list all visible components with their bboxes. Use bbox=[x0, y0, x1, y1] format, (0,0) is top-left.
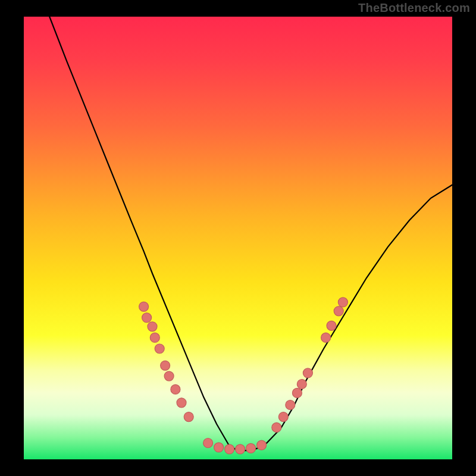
bottleneck-curve bbox=[49, 17, 452, 450]
scatter-dots bbox=[139, 298, 348, 454]
data-dot bbox=[148, 322, 157, 331]
data-dot bbox=[203, 439, 213, 448]
data-dot bbox=[297, 380, 306, 389]
data-dot bbox=[184, 412, 193, 422]
data-dot bbox=[338, 298, 347, 307]
watermark-text: TheBottleneck.com bbox=[358, 1, 470, 15]
data-dot bbox=[303, 368, 312, 378]
plot-area bbox=[24, 17, 452, 459]
data-dot bbox=[177, 398, 186, 408]
data-dot bbox=[150, 333, 159, 342]
data-dot bbox=[214, 443, 224, 452]
data-dot bbox=[292, 388, 302, 397]
data-dot bbox=[272, 422, 281, 432]
curve-path bbox=[49, 17, 452, 450]
data-dot bbox=[155, 344, 164, 353]
curve-svg bbox=[24, 17, 452, 459]
data-dot bbox=[257, 440, 267, 450]
data-dot bbox=[171, 384, 180, 394]
data-dot bbox=[321, 333, 331, 342]
chart-frame: TheBottleneck.com bbox=[0, 0, 476, 476]
data-dot bbox=[286, 400, 295, 410]
data-dot bbox=[142, 313, 152, 322]
data-dot bbox=[334, 306, 343, 316]
data-dot bbox=[139, 302, 149, 311]
data-dot bbox=[246, 443, 256, 453]
data-dot bbox=[278, 412, 288, 422]
data-dot bbox=[225, 444, 234, 454]
data-dot bbox=[164, 371, 174, 381]
data-dot bbox=[161, 361, 170, 370]
data-dot bbox=[236, 444, 245, 454]
data-dot bbox=[327, 321, 336, 330]
